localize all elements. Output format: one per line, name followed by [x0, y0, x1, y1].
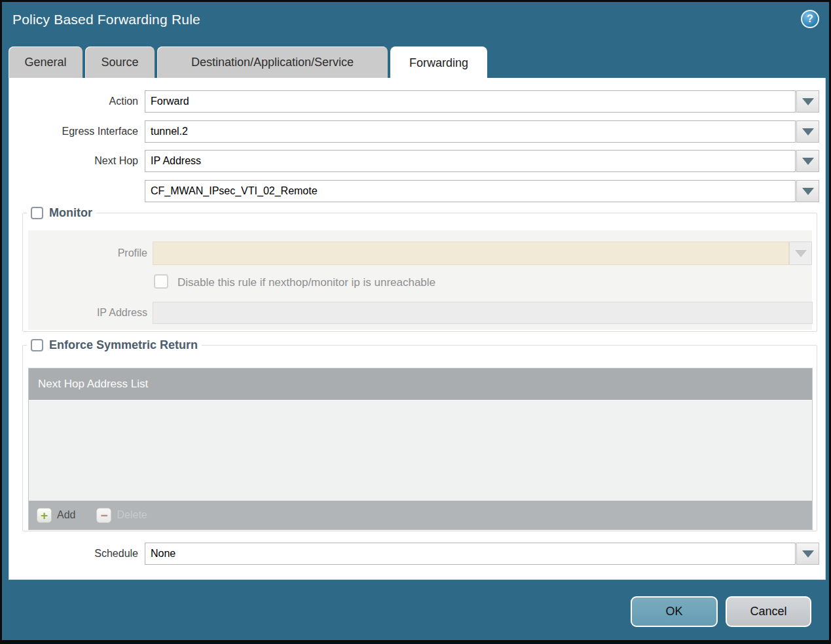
cancel-button[interactable]: Cancel: [726, 596, 811, 627]
symmetric-return-legend: Enforce Symmetric Return: [27, 338, 202, 352]
chevron-down-icon: [802, 158, 814, 165]
monitor-legend: Monitor: [27, 206, 96, 220]
disable-rule-checkbox: [154, 274, 168, 289]
chevron-down-icon: [795, 250, 807, 257]
delete-button: Delete: [117, 509, 147, 521]
tab-bar: General Source Destination/Application/S…: [9, 46, 490, 78]
cancel-button-label: Cancel: [750, 605, 786, 618]
next-hop-type-dropdown-button[interactable]: [796, 150, 819, 172]
monitor-section: Monitor Profile Disable this rule if nex…: [22, 206, 817, 332]
next-hop-address-table-body: [29, 400, 812, 501]
action-dropdown-button[interactable]: [796, 90, 819, 113]
tab-destination-application-service[interactable]: Destination/Application/Service: [157, 46, 388, 78]
action-input[interactable]: [145, 90, 796, 113]
column-header: Next Hop Address List: [38, 378, 148, 391]
dialog-title: Policy Based Forwarding Rule: [12, 12, 200, 27]
schedule-dropdown-button[interactable]: [796, 543, 819, 565]
monitor-ip-address-label: IP Address: [49, 302, 147, 324]
symmetric-return-section: Enforce Symmetric Return Next Hop Addres…: [22, 338, 817, 531]
next-hop-label: Next Hop: [14, 150, 138, 172]
policy-based-forwarding-dialog: Policy Based Forwarding Rule ? General S…: [0, 0, 831, 644]
tab-label: Forwarding: [409, 56, 468, 70]
egress-interface-input[interactable]: [145, 120, 796, 143]
tab-general[interactable]: General: [9, 46, 83, 78]
symmetric-return-checkbox[interactable]: [31, 339, 43, 351]
monitor-ip-address-input: [153, 302, 813, 324]
question-mark-glyph: ?: [807, 13, 813, 25]
monitor-legend-label: Monitor: [49, 206, 92, 220]
next-hop-address-dropdown-button[interactable]: [796, 180, 819, 202]
next-hop-address-table: Next Hop Address List + Add − Delete: [28, 368, 813, 530]
profile-input: [153, 241, 789, 265]
tab-label: General: [24, 56, 66, 69]
egress-interface-label: Egress Interface: [14, 120, 138, 143]
tab-forwarding[interactable]: Forwarding: [390, 46, 487, 79]
add-button[interactable]: Add: [57, 509, 75, 521]
schedule-input[interactable]: [145, 543, 796, 565]
ok-button-label: OK: [665, 605, 682, 618]
next-hop-type-input[interactable]: [145, 150, 796, 172]
ok-button[interactable]: OK: [631, 596, 718, 627]
chevron-down-icon: [802, 188, 814, 195]
tab-label: Source: [101, 56, 138, 69]
tab-source[interactable]: Source: [85, 46, 155, 78]
profile-label: Profile: [49, 241, 147, 265]
egress-interface-dropdown-button[interactable]: [796, 120, 819, 143]
next-hop-address-table-header: Next Hop Address List: [29, 368, 812, 400]
delete-icon: −: [96, 508, 111, 523]
chevron-down-icon: [802, 550, 814, 558]
forwarding-tab-panel: Action Egress Interface Next Hop Monitor: [9, 78, 826, 580]
next-hop-address-table-toolbar: + Add − Delete: [29, 501, 812, 529]
help-icon[interactable]: ?: [801, 10, 819, 28]
add-icon: +: [37, 508, 52, 523]
next-hop-address-input[interactable]: [145, 180, 796, 202]
chevron-down-icon: [802, 128, 814, 135]
disable-rule-label: Disable this rule if nexthop/monitor ip …: [177, 276, 435, 290]
profile-dropdown-button: [789, 241, 812, 265]
tab-label: Destination/Application/Service: [191, 56, 354, 69]
symmetric-return-legend-label: Enforce Symmetric Return: [49, 338, 198, 352]
action-label: Action: [14, 90, 138, 113]
schedule-label: Schedule: [14, 543, 138, 565]
chevron-down-icon: [802, 98, 814, 105]
monitor-checkbox[interactable]: [31, 207, 43, 219]
